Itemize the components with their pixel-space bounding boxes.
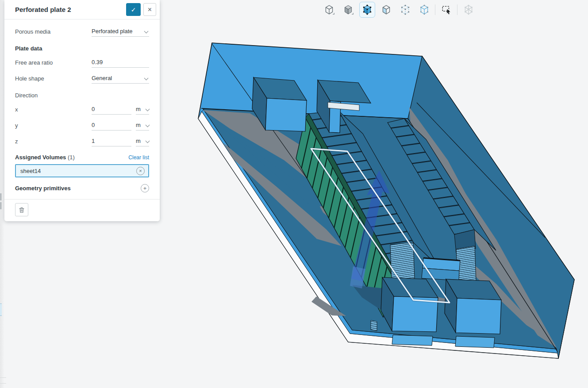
hidden-geometry-cube-icon	[463, 4, 474, 15]
geometry-primitives-label: Geometry primitives	[15, 185, 141, 192]
check-icon: ✓	[131, 6, 136, 13]
direction-z-input[interactable]: 1	[92, 137, 131, 146]
render-wireframe-button[interactable]	[321, 2, 337, 18]
chip-remove-icon[interactable]: ×	[136, 167, 145, 175]
direction-y-input[interactable]: 0	[92, 121, 131, 131]
toolbar-separator	[457, 4, 457, 15]
vertex-select-cube-icon	[400, 4, 411, 15]
strip-divider	[0, 377, 6, 378]
direction-y-label: y	[15, 121, 92, 129]
direction-x-input[interactable]: 0	[92, 105, 131, 115]
chevron-down-icon	[146, 107, 150, 111]
porous-media-select[interactable]: Perforated plate	[92, 27, 149, 37]
direction-y-unit-select[interactable]: m	[136, 121, 149, 131]
select-face-button[interactable]	[378, 2, 394, 18]
volume-select-cube-icon	[361, 4, 373, 15]
solid-cube-icon	[342, 4, 354, 15]
free-area-ratio-input[interactable]: 0.39	[92, 58, 149, 68]
view-toolbar	[319, 2, 478, 18]
direction-x-unit-select[interactable]: m	[136, 105, 149, 115]
chevron-down-icon	[146, 139, 150, 143]
plate-data-heading: Plate data	[15, 45, 149, 52]
trash-icon	[18, 206, 25, 214]
assigned-volumes-label: Assigned Volumes	[15, 154, 66, 161]
select-vertex-button[interactable]	[397, 2, 413, 18]
panel-divider	[4, 199, 160, 200]
direction-x-label: x	[15, 105, 92, 113]
strip-divider	[0, 383, 6, 384]
box-select-icon	[441, 4, 452, 15]
direction-z-unit-select[interactable]: m	[136, 137, 149, 146]
hole-shape-select[interactable]: General	[92, 74, 149, 84]
select-edge-button[interactable]	[416, 2, 432, 18]
close-button[interactable]: ×	[143, 3, 156, 16]
porous-media-label: Porous media	[15, 27, 92, 35]
select-volume-button[interactable]	[359, 2, 375, 18]
strip-highlight	[0, 303, 2, 316]
free-area-ratio-label: Free area ratio	[15, 58, 92, 66]
confirm-button[interactable]: ✓	[126, 3, 141, 16]
direction-heading: Direction	[15, 92, 149, 99]
delete-button[interactable]	[15, 203, 28, 216]
face-select-cube-icon	[380, 4, 392, 15]
toolbar-separator	[435, 4, 435, 15]
clear-list-link[interactable]: Clear list	[128, 154, 149, 161]
edge-select-cube-icon	[419, 4, 430, 15]
direction-z-label: z	[15, 137, 92, 145]
chevron-down-icon	[144, 76, 149, 81]
chevron-down-icon	[146, 123, 150, 127]
assigned-volume-chip[interactable]: sheet14 ×	[15, 164, 149, 177]
add-geometry-primitive-button[interactable]: +	[141, 184, 149, 192]
hole-shape-label: Hole shape	[15, 74, 92, 82]
plus-icon: +	[143, 185, 147, 192]
wireframe-cube-icon	[323, 4, 335, 15]
panel-resize-handle[interactable]	[0, 193, 3, 200]
panel-title: Perforated plate 2	[15, 6, 126, 13]
chevron-down-icon	[144, 29, 149, 34]
chip-label: sheet14	[20, 168, 41, 174]
select-hidden-button	[461, 2, 477, 18]
perforated-plate-panel: Perforated plate 2 ✓ × Porous media Perf…	[4, 0, 160, 221]
box-select-button[interactable]	[438, 2, 454, 18]
panel-header: Perforated plate 2 ✓ ×	[4, 0, 160, 19]
render-solid-button[interactable]	[340, 2, 356, 18]
close-icon: ×	[148, 6, 152, 14]
